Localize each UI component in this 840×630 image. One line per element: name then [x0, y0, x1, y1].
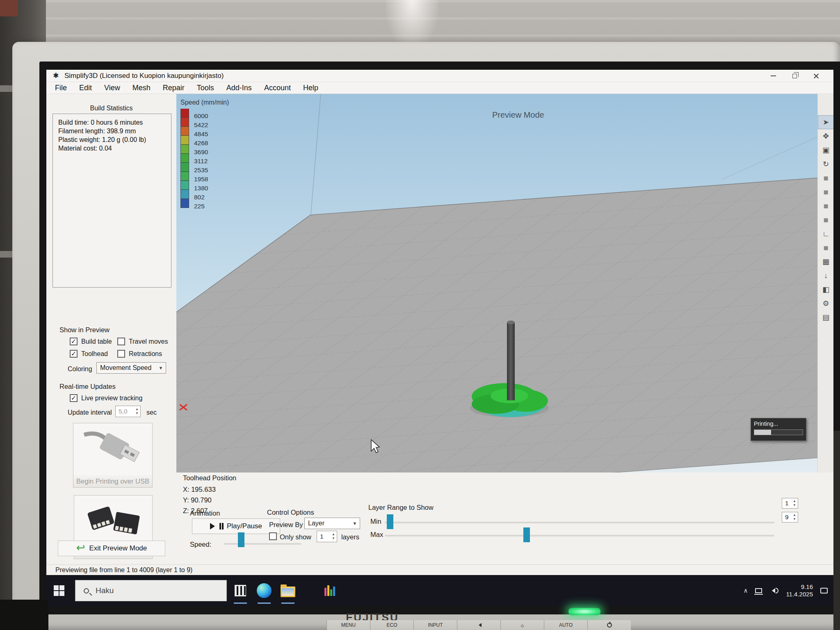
perspective-view-icon[interactable]: ■ [818, 241, 833, 255]
spin-down-icon[interactable]: ▼ [793, 503, 796, 507]
toolhead-y: Y: 90.790 [183, 496, 212, 504]
zoom-window-icon[interactable]: ▣ [818, 143, 833, 157]
build-table-checkbox[interactable] [70, 338, 78, 345]
pan-view-icon[interactable]: ✥ [818, 129, 833, 143]
coordinate-axes-icon[interactable]: ∟ [818, 227, 833, 241]
only-show-checkbox[interactable] [269, 532, 277, 540]
tray-expand-chevron-icon[interactable]: ∧ [743, 587, 748, 594]
preview-by-dropdown[interactable]: Layer ▼ [304, 518, 360, 529]
minimize-button[interactable] [768, 71, 778, 80]
legend-swatch [180, 154, 189, 163]
play-pause-button[interactable]: Play/Pause [192, 518, 280, 534]
machine-settings-icon[interactable]: ⚙ [818, 297, 833, 310]
front-view-icon[interactable]: ■ [818, 199, 833, 213]
support-structures-icon[interactable]: ▤ [818, 310, 833, 324]
menu-item-mesh[interactable]: Mesh [126, 82, 157, 94]
legend-entry: 225 [180, 199, 229, 208]
live-preview-tracking-checkbox[interactable] [70, 394, 78, 402]
view-toolbar: ➤ ✥ ▣ ↻ ■ ■ ■ ■ ∟ ■ ▦ ↓ ◧ ⚙ ▤ [817, 94, 833, 472]
spin-down-icon[interactable]: ▼ [332, 536, 335, 541]
preview-controls-panel: Toolhead Position X: 195.633 Y: 90.790 Z… [176, 472, 833, 564]
taskbar-app-edge[interactable] [254, 575, 274, 606]
close-icon [813, 73, 819, 79]
restore-button[interactable] [789, 71, 800, 80]
layer-range-max-slider[interactable] [385, 535, 774, 536]
spin-up-icon[interactable]: ▲ [332, 532, 335, 536]
only-show-label: Only show [280, 533, 311, 541]
drop-model-icon[interactable]: ↓ [818, 269, 833, 283]
begin-printing-usb-button[interactable]: Begin Printing over USB [73, 423, 153, 488]
network-icon[interactable] [755, 588, 762, 593]
status-text: Previewing file from line 1 to 4009 (lay… [55, 566, 192, 574]
control-options-title: Control Options [267, 509, 314, 516]
rotate-view-icon[interactable]: ↻ [818, 157, 833, 171]
taskbar-app-simplify3d[interactable] [230, 575, 251, 606]
notification-center-icon[interactable] [820, 588, 828, 593]
menu-item-view[interactable]: View [98, 82, 126, 94]
animation-speed-slider[interactable] [224, 543, 301, 545]
retractions-checkbox[interactable] [117, 350, 125, 358]
monitor-volume-button [457, 620, 500, 630]
layer-min-spinner[interactable]: 1 ▲▼ [782, 498, 798, 509]
update-interval-spinner[interactable]: 5,0 ▲▼ [115, 406, 141, 417]
menu-item-edit[interactable]: Edit [73, 82, 98, 94]
taskbar-clock[interactable]: 9.16 11.4.2025 [786, 583, 813, 598]
exit-preview-mode-button[interactable]: ↩ Exit Preview Mode [58, 541, 165, 556]
spin-up-icon[interactable]: ▲ [793, 499, 796, 503]
menu-item-addins[interactable]: Add-Ins [220, 82, 258, 94]
taskbar-search-input[interactable]: Haku [75, 580, 227, 601]
cross-section-icon[interactable]: ◧ [818, 283, 833, 297]
monitor-auto-button: AUTO [544, 620, 587, 630]
monitor-menu-button: MENU [326, 620, 370, 630]
active-app-underline [258, 603, 271, 604]
preview-3d-viewport[interactable]: Preview Mode Speed (mm/min) 6000 5422 48… [176, 94, 817, 472]
chevron-down-icon: ▼ [350, 521, 360, 526]
layer-range-min-handle[interactable] [387, 514, 393, 529]
menu-item-repair[interactable]: Repair [157, 82, 191, 94]
taskbar-app-colorbars[interactable] [320, 575, 340, 606]
legend-swatch [180, 163, 189, 172]
menu-item-tools[interactable]: Tools [191, 82, 220, 94]
back-arrow-icon: ↩ [76, 543, 85, 552]
taskbar-app-explorer[interactable] [278, 575, 298, 606]
layer-range-max-handle[interactable] [523, 527, 530, 542]
coloring-dropdown[interactable]: Movement Speed ▼ [96, 362, 166, 374]
menu-item-file[interactable]: File [49, 82, 73, 94]
clock-time: 9.16 [786, 583, 813, 591]
legend-swatch [180, 199, 189, 208]
menu-bar: File Edit View Mesh Repair Tools Add-Ins… [46, 82, 833, 94]
spin-up-icon[interactable]: ▲ [135, 407, 139, 411]
spin-up-icon[interactable]: ▲ [793, 513, 796, 517]
top-view-icon[interactable]: ■ [818, 185, 833, 199]
start-button[interactable] [46, 575, 72, 606]
printing-popup-label: Printing... [754, 420, 803, 427]
active-app-underline [234, 603, 247, 604]
title-bar: ✱ Simplify3D (Licensed to Kuopion kaupun… [46, 70, 833, 82]
menu-item-help[interactable]: Help [297, 82, 324, 94]
edge-browser-icon [257, 583, 272, 598]
layer-range-min-slider[interactable] [385, 522, 774, 523]
spin-down-icon[interactable]: ▼ [793, 517, 796, 521]
toolhead-checkbox[interactable] [70, 350, 78, 358]
status-bar: Previewing file from line 1 to 4009 (lay… [46, 564, 833, 575]
play-pause-icon [210, 523, 224, 530]
desk-edge [833, 431, 840, 630]
travel-moves-label: Travel moves [129, 338, 168, 345]
layer-max-spinner[interactable]: 9 ▲▼ [782, 512, 798, 523]
layers-unit-label: layers [341, 533, 359, 541]
animation-speed-handle[interactable] [238, 532, 244, 547]
menu-item-account[interactable]: Account [258, 82, 297, 94]
volume-icon[interactable] [769, 588, 778, 593]
spin-down-icon[interactable]: ▼ [135, 411, 139, 415]
side-view-icon[interactable]: ■ [818, 213, 833, 227]
only-show-layers-spinner[interactable]: 1 ▲▼ [317, 531, 337, 542]
legend-swatch [180, 181, 189, 190]
layer-range-title: Layer Range to Show [368, 504, 434, 511]
default-view-icon[interactable]: ■ [818, 171, 833, 185]
wireframe-view-icon[interactable]: ▦ [818, 255, 833, 269]
travel-moves-checkbox[interactable] [117, 338, 125, 345]
speed-legend-title: Speed (mm/min) [180, 99, 229, 106]
select-cursor-icon[interactable]: ➤ [818, 115, 833, 129]
build-time: Build time: 0 hours 6 minutes [58, 118, 146, 127]
close-button[interactable] [810, 71, 821, 80]
